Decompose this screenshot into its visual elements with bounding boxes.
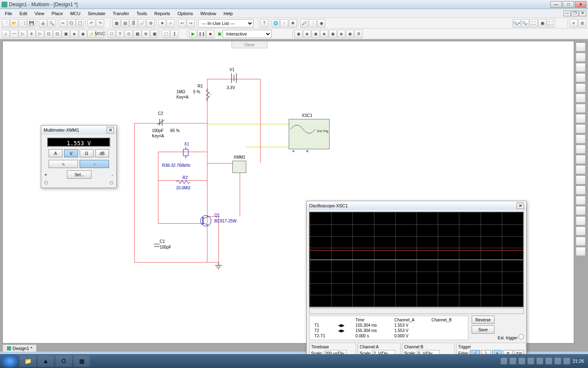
menu-reports[interactable]: Reports [151, 10, 174, 17]
mdi-close-button[interactable]: ✕ [579, 11, 586, 16]
new-button[interactable]: 📄 [2, 19, 10, 27]
pause-button[interactable]: ❚❚ [198, 30, 206, 38]
taskbar-clock[interactable]: 21:26 [572, 359, 584, 364]
place-mcu-button[interactable]: ▣ [150, 30, 158, 38]
place-bus-button[interactable]: ‖ [170, 30, 178, 38]
spectrum-analyzer-tool[interactable] [576, 165, 586, 174]
analyses-button-8[interactable]: ⚙ [354, 30, 363, 38]
database-manager-button[interactable]: 🗄 [129, 19, 138, 27]
logic-analyzer-tool[interactable] [576, 124, 586, 133]
mm-db-button[interactable]: dB [95, 149, 109, 157]
place-connector-button[interactable]: ⊕ [142, 30, 150, 38]
network-analyzer-tool[interactable] [576, 175, 586, 184]
analyses-button-5[interactable]: ◉ [329, 30, 337, 38]
find-examples-button[interactable]: 🔎 [300, 19, 308, 27]
place-hierarchical-button[interactable]: ⬚ [162, 30, 170, 38]
toggle-spreadsheet-button[interactable]: ▤ [121, 19, 129, 27]
mm-minus-terminal[interactable] [110, 181, 113, 184]
okno-tab[interactable]: Окно [232, 41, 267, 48]
goto-parent-button[interactable]: ↑ [280, 19, 288, 27]
minimize-button[interactable]: — [550, 1, 562, 8]
multimeter-titlebar[interactable]: Multimeter-XMM1 ✕ [41, 126, 116, 135]
mdi-restore-button[interactable]: ❐ [571, 11, 579, 16]
ni-elvis-tool[interactable] [576, 237, 586, 246]
place-misc-digital-button[interactable]: ▣ [62, 30, 70, 38]
place-indicator-button[interactable]: ◉ [79, 30, 87, 38]
menu-file[interactable]: File [2, 10, 16, 17]
place-advanced-periph-button[interactable]: ⎔ [107, 30, 116, 38]
menu-place[interactable]: Place [48, 10, 66, 17]
interactive-combo[interactable]: Interactive [223, 30, 272, 38]
mm-plus-terminal[interactable] [45, 181, 48, 184]
copy-button[interactable]: ⿻ [67, 19, 76, 27]
document-tab[interactable]: Design1 * [2, 344, 37, 352]
toggle-design-toolbox-button[interactable]: ▦ [112, 19, 120, 27]
menu-view[interactable]: View [31, 10, 48, 17]
tray-volume-icon[interactable] [564, 358, 570, 364]
tray-icon[interactable] [510, 358, 516, 364]
xsc1-symbol[interactable]: Ext Trig A B [289, 119, 330, 149]
menu-help[interactable]: Help [220, 10, 236, 17]
run-button[interactable]: ▶ [189, 30, 197, 38]
wattmeter-tool[interactable] [576, 63, 586, 72]
multimeter-close-button[interactable]: ✕ [107, 127, 114, 133]
component-wizard-button[interactable]: ★ [158, 19, 166, 27]
place-cmos-button[interactable]: ⊡ [53, 30, 61, 38]
place-analog-button[interactable]: ▷ [36, 30, 44, 38]
back-annotate-button[interactable]: ↩ [178, 19, 186, 27]
icon-view-button[interactable]: ⊞ [578, 19, 586, 27]
function-generator-tool[interactable] [576, 53, 586, 62]
mm-volt-button[interactable]: V [64, 149, 78, 157]
agilent-scope-tool[interactable] [576, 206, 586, 215]
menu-edit[interactable]: Edit [16, 10, 31, 17]
undo-button[interactable]: ↶ [87, 19, 96, 27]
zoom-sheet-button[interactable]: ▣ [538, 19, 546, 27]
task-aimp[interactable]: ▲ [38, 355, 54, 367]
place-diode-button[interactable]: ▷ [19, 30, 27, 38]
save-button[interactable]: 💾 [27, 19, 36, 27]
analyses-button-2[interactable]: ◈ [303, 30, 311, 38]
help-button[interactable]: ? [260, 19, 268, 27]
task-explorer[interactable]: 📁 [20, 355, 36, 367]
oscilloscope-close-button[interactable]: ✕ [517, 202, 524, 209]
analyses-button-4[interactable]: ◈ [320, 30, 328, 38]
oscilloscope-hscroll[interactable] [309, 308, 524, 314]
analyses-button-1[interactable]: ◉ [294, 30, 303, 38]
forward-annotate-button[interactable]: ↪ [187, 19, 195, 27]
tektronix-scope-tool[interactable] [576, 216, 586, 225]
mm-set-button[interactable]: Set... [67, 171, 91, 179]
open-button[interactable]: 📂 [10, 19, 18, 27]
place-electromech-button[interactable]: ⊙ [125, 30, 133, 38]
place-power-button[interactable]: ⚡ [87, 30, 96, 38]
menu-tools[interactable]: Tools [133, 10, 150, 17]
place-ni-button[interactable]: ▦ [133, 30, 141, 38]
xmm1-symbol[interactable] [232, 161, 246, 173]
task-multisim[interactable]: ▦ [74, 355, 90, 367]
menu-options[interactable]: Options [174, 10, 196, 17]
osc-reverse-button[interactable]: Reverse [472, 316, 494, 324]
tray-network-icon[interactable] [555, 358, 561, 364]
zoom-out-button[interactable]: 🔍- [521, 19, 529, 27]
place-rf-button[interactable]: Y [116, 30, 124, 38]
mdi-minimize-button[interactable]: — [564, 11, 571, 16]
current-clamp-tool[interactable] [576, 247, 586, 256]
menu-simulate[interactable]: Simulate [85, 10, 109, 17]
postprocessor-button[interactable]: ⚙ [147, 19, 155, 27]
osc-ext-trigger-radio[interactable] [519, 334, 524, 339]
mm-dc-button[interactable]: ⎓ [80, 160, 109, 168]
iv-analyzer-tool[interactable] [576, 145, 586, 154]
tray-icon[interactable] [519, 358, 525, 364]
agilent-mm-tool[interactable] [576, 196, 586, 205]
freq-counter-tool[interactable] [576, 104, 586, 113]
redo-button[interactable]: ↷ [96, 19, 104, 27]
mm-ac-button[interactable]: ∿ [49, 160, 78, 168]
nav-button[interactable]: ◉ [317, 19, 325, 27]
four-ch-scope-tool[interactable] [576, 83, 586, 92]
analyses-button-7[interactable]: ◉ [346, 30, 354, 38]
oscilloscope-tool[interactable] [576, 73, 586, 82]
menu-transfer[interactable]: Transfer [109, 10, 133, 17]
distortion-analyzer-tool[interactable] [576, 155, 586, 164]
electrical-rules-button[interactable]: ✓ [167, 19, 175, 27]
tray-icon[interactable] [546, 358, 552, 364]
paste-button[interactable]: 📋 [76, 19, 84, 27]
